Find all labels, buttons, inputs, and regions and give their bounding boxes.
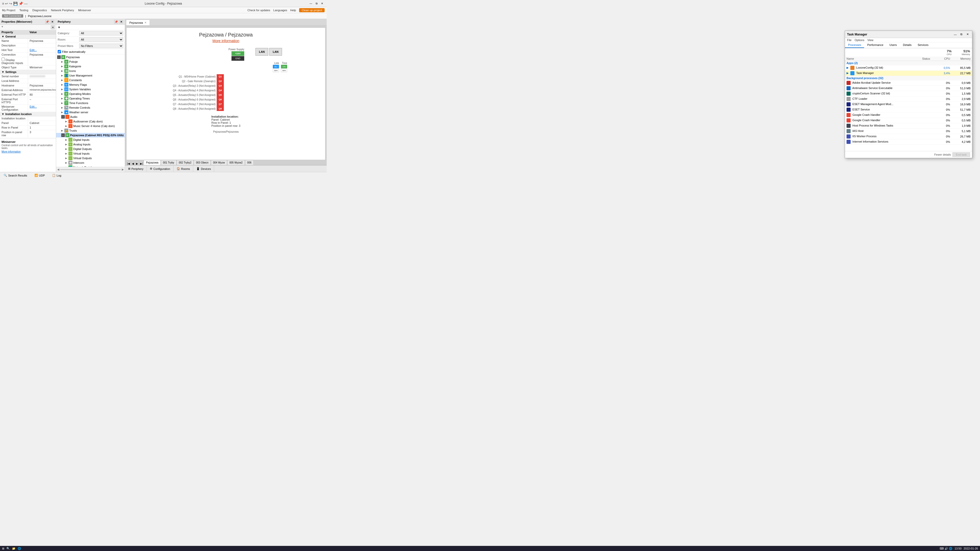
toolbar: ≡ ↩ ↪ 💾 📌 — (2, 2, 27, 6)
power-btns: +24V GND (228, 51, 244, 61)
bnav-configuration[interactable]: ⚙ Configuration (147, 165, 173, 172)
properties-close-btn[interactable]: ✕ (50, 20, 54, 24)
diagnostic-checkbox[interactable] (2, 58, 5, 61)
prop-connection: Connection Pejzazowa (0, 52, 56, 57)
tree-item-pokoje[interactable]: ▶ ⊞ Pokoje (56, 59, 125, 64)
tree-item-kategorie[interactable]: ▶ ⊞ Kategorie (56, 64, 125, 68)
close-btn[interactable]: ✕ (320, 1, 325, 6)
tree-item-memory-flags[interactable]: ▶ M Memory Flags (56, 83, 125, 87)
collapse-audio[interactable]: − (61, 115, 65, 119)
relay-q7: Q7 - Actuator(Relay) 7 (Not Assigned) Q7 (165, 102, 287, 106)
ctab-003[interactable]: 003 Obecn (194, 160, 211, 165)
tree-item-op-times[interactable]: ▶ 🕐 Operating Times (56, 96, 125, 101)
periphery-pin-btn[interactable]: 📌 (114, 20, 118, 24)
menu-testing[interactable]: Testing (19, 9, 28, 12)
tab-udp[interactable]: 📶 UDP (32, 173, 47, 178)
ctab-001[interactable]: 001 Tryby (161, 160, 177, 165)
tab-close-btn[interactable]: ✕ (145, 21, 146, 24)
tree-item-virtual-inputs[interactable]: ▶ → Virtual Inputs (56, 151, 125, 156)
prop-ext-http: External Port HTTP 80 (0, 93, 56, 97)
menu-myproject[interactable]: My Project (2, 9, 15, 12)
collapse-pejzazowa[interactable]: − (57, 56, 61, 59)
tree-item-user-mgmt[interactable]: ▶ 👤 User Management (56, 73, 125, 78)
icon-icons: 🖼 (64, 69, 68, 73)
power-supply-area: Power Supply +24V GND (228, 48, 244, 61)
menu-icon[interactable]: ≡ (2, 2, 4, 6)
periphery-close-btn[interactable]: ✕ (119, 20, 123, 24)
log-icon: 📋 (52, 174, 56, 177)
nav-prev[interactable]: ◀ (131, 162, 135, 165)
properties-filter-input[interactable] (3, 25, 51, 29)
minimize-btn[interactable]: — (308, 1, 313, 6)
nav-next[interactable]: ▶ (135, 162, 139, 165)
tree-item-constants[interactable]: ▶ C Constants (56, 78, 125, 83)
tree-item-op-modes[interactable]: ▶ ⚙ Operating Modes (56, 92, 125, 96)
tree-item-time-funcs[interactable]: ▶ ⏱ Time Functions (56, 101, 125, 105)
ms-more-info-link[interactable]: More information (2, 150, 21, 153)
tree-item-music-server[interactable]: ▶ ♪ Music Server 4 Home (Cały dom) (56, 124, 125, 128)
collapse-cabinet[interactable]: − (61, 133, 65, 137)
check-updates-btn[interactable]: Check for updates (248, 9, 270, 12)
tab-pejzazowa[interactable]: Pejzazowa ✕ (126, 20, 150, 25)
menu-miniserver[interactable]: Miniserver (78, 9, 91, 12)
lan-row: LAN LAN (256, 48, 282, 56)
nav-first[interactable]: |◀ (126, 162, 131, 165)
icon-audioserver: ♪ (68, 119, 73, 124)
help-btn[interactable]: Help (290, 9, 296, 12)
preset-select[interactable]: No Filters (79, 44, 123, 48)
menu-network-periphery[interactable]: Network Periphery (51, 9, 74, 12)
section-settings[interactable]: ▼Settings (0, 70, 56, 74)
tree-item-digital-outputs[interactable]: ▶ ↑ Digital Outputs (56, 147, 125, 151)
conn-tabs-bar: |◀ ◀ ▶ ▶| Pejzazowa 001 Tryby 002 Tryby2… (125, 160, 327, 165)
tree-item-digital-inputs[interactable]: ▶ ↓ Digital Inputs (56, 138, 125, 142)
tree-item-sys-vars[interactable]: ▶ {x} System Variables (56, 87, 125, 92)
ctab-006[interactable]: 006 (245, 160, 254, 165)
icon-digital-outputs: ↑ (68, 147, 73, 151)
tree-item-pejzazowa-cabinet[interactable]: − ⊞ Pejzazowa (Cabinet R01 P03)(-53% Uti… (56, 133, 125, 138)
room-select[interactable]: All (79, 37, 123, 42)
clear-filter-btn[interactable]: ✕ (51, 25, 55, 29)
tree-item-analog-inputs[interactable]: ▶ ∿ Analog Inputs (56, 142, 125, 147)
wh-btn-1: WH (273, 68, 279, 72)
back-icon[interactable]: ↩ (5, 2, 8, 6)
more-info-link[interactable]: More information (130, 39, 321, 43)
tree-item-icons[interactable]: ▶ 🖼 Icons (56, 68, 125, 73)
ctab-002[interactable]: 002 Tryby2 (177, 160, 194, 165)
tree-item-audioserver[interactable]: ▶ ♪ Audioserver (Cały dom) (56, 119, 125, 124)
properties-pin-btn[interactable]: 📌 (45, 20, 49, 24)
dash-icon[interactable]: — (24, 2, 27, 6)
tree-item-intercom[interactable]: ▶ ☎ Intercom (56, 160, 125, 165)
bnav-devices[interactable]: 📱 Devices (193, 165, 214, 172)
tab-search-results[interactable]: 🔍 Search Results (2, 173, 29, 178)
filter-icon: ▼ (1, 25, 3, 29)
nav-last[interactable]: ▶| (139, 162, 144, 165)
languages-btn[interactable]: Languages (273, 9, 287, 12)
filter-auto-checkbox[interactable] (58, 50, 61, 53)
relay-section: Q1 - MS4Home Power (Gabinet) Q1 Q2 - Gat… (165, 74, 287, 111)
section-installation[interactable]: ▼Installation location (0, 112, 56, 116)
tree-item-weather[interactable]: ▶ ☁ Weather server (56, 110, 125, 114)
tree-item-pejzazowa[interactable]: − ⊞ Pejzazowa (56, 55, 125, 59)
tree-item-virtual-outputs[interactable]: ▶ ← Virtual Outputs (56, 156, 125, 160)
bnav-rooms[interactable]: 🏠 Rooms (173, 165, 193, 172)
content-main: Pejzazowa / Pejzazowa More information P… (125, 25, 327, 160)
bnav-periphery[interactable]: ⊞ Periphery (125, 165, 147, 172)
section-general[interactable]: ▼General (0, 35, 56, 39)
tree-item-network-periphery[interactable]: ▶ 🌐 Network Periphery (56, 165, 125, 167)
category-select[interactable]: All (79, 31, 123, 35)
clean-up-button[interactable]: Clean up project (299, 8, 325, 12)
save-icon[interactable]: 💾 (13, 2, 18, 6)
ctab-005[interactable]: 005 Wyzw2 (227, 160, 245, 165)
tree-item-audio[interactable]: − ♪ Audio (56, 114, 125, 119)
restore-btn[interactable]: ⧉ (314, 1, 319, 6)
tree-item-trusts[interactable]: ▶ 🔒 Trusts (56, 128, 125, 133)
search-icon: 🔍 (3, 174, 7, 177)
tree-item-remote-ctrl[interactable]: ▶ 📡 Remote Controls (56, 105, 125, 110)
pin-icon[interactable]: 📌 (19, 2, 23, 6)
menu-diagnostics[interactable]: Diagnostics (32, 9, 47, 12)
ctab-004[interactable]: 004 Wyzw (211, 160, 227, 165)
power-supply-label: Power Supply (228, 48, 244, 51)
forward-icon[interactable]: ↪ (9, 2, 12, 6)
ctab-pejzazowa[interactable]: Pejzazowa (144, 160, 161, 165)
tab-log[interactable]: 📋 Log (50, 173, 63, 178)
